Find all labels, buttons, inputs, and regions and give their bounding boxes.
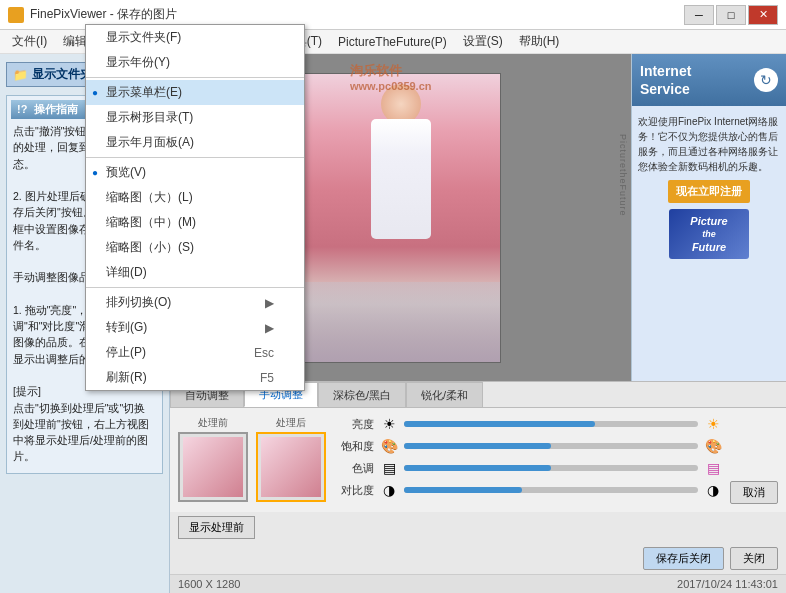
minimize-button[interactable]: ─: [684, 5, 714, 25]
separator-3: [86, 287, 304, 288]
saturation-row: 饱和度 🎨 🎨: [334, 438, 722, 454]
refresh-shortcut: F5: [260, 371, 274, 385]
cancel-button[interactable]: 取消: [730, 481, 778, 504]
after-thumbnail: [256, 432, 326, 502]
display-before-area: 显示处理前: [170, 512, 786, 543]
display-before-button[interactable]: 显示处理前: [178, 516, 255, 539]
menu-thumbnail-small[interactable]: 缩略图（小）(S): [86, 235, 304, 260]
register-button[interactable]: 现在立即注册: [668, 180, 750, 203]
save-close-button[interactable]: 保存后关闭: [643, 547, 724, 570]
controls-grid: 处理前 处理后 亮度 ☀: [170, 408, 786, 512]
sort-arrow-icon: ▶: [265, 296, 274, 310]
contrast-low-icon: ◑: [380, 482, 398, 498]
menu-thumbnail-large[interactable]: 缩略图（大）(L): [86, 185, 304, 210]
internet-service-title: Internet Service: [640, 62, 691, 98]
resolution-text: 1600 X 1280: [178, 578, 240, 590]
close-button[interactable]: ✕: [748, 5, 778, 25]
maximize-button[interactable]: □: [716, 5, 746, 25]
before-thumbnail: [178, 432, 248, 502]
folder-icon: 📁: [13, 68, 28, 82]
before-thumbnail-area: 处理前: [178, 416, 248, 504]
save-close-row: 保存后关闭 关闭: [170, 543, 786, 574]
sliders-area: 亮度 ☀ ☀ 饱和度 🎨 🎨 色调 ▤: [334, 416, 722, 504]
picture-future-logo: Picture the Future: [669, 209, 749, 259]
watermark: 淘乐软件 www.pc0359.cn: [350, 62, 432, 92]
picture-future-panel: PicturetheFuture 欢迎使用FinePix Internet网络服…: [632, 106, 786, 381]
datetime-text: 2017/10/24 11:43:01: [677, 578, 778, 590]
menu-refresh[interactable]: 刷新(R) F5: [86, 365, 304, 390]
before-label: 处理前: [178, 416, 248, 430]
saturation-track[interactable]: [404, 443, 698, 449]
contrast-track[interactable]: [404, 487, 698, 493]
after-label: 处理后: [256, 416, 326, 430]
menu-thumbnail-medium[interactable]: 缩略图（中）(M): [86, 210, 304, 235]
hue-row: 色调 ▤ ▤: [334, 460, 722, 476]
brightness-row: 亮度 ☀ ☀: [334, 416, 722, 432]
menu-picturethefuture[interactable]: PictureTheFuture(P): [330, 33, 455, 51]
menu-help[interactable]: 帮助(H): [511, 31, 568, 52]
sidebar-header-label: 显示文件夹: [32, 66, 92, 83]
menu-preview[interactable]: 预览(V): [86, 160, 304, 185]
contrast-high-icon: ◑: [704, 482, 722, 498]
app-icon: [8, 7, 24, 23]
menu-detail[interactable]: 详细(D): [86, 260, 304, 285]
saturation-label: 饱和度: [334, 439, 374, 454]
menu-show-tree[interactable]: 显示树形目录(T): [86, 105, 304, 130]
internet-service-icon: ↻: [754, 68, 778, 92]
picture-future-vertical-text: PicturetheFuture: [618, 134, 628, 334]
menu-file[interactable]: 文件(I): [4, 31, 55, 52]
brightness-track[interactable]: [404, 421, 698, 427]
menu-show-year[interactable]: 显示年份(Y): [86, 50, 304, 75]
brightness-low-icon: ☀: [380, 416, 398, 432]
separator-2: [86, 157, 304, 158]
saturation-high-icon: 🎨: [704, 438, 722, 454]
status-bar: 1600 X 1280 2017/10/24 11:43:01: [170, 574, 786, 593]
menu-show-folder[interactable]: 显示文件夹(F): [86, 25, 304, 50]
hue-high-icon: ▤: [704, 460, 722, 476]
close-button-bottom[interactable]: 关闭: [730, 547, 778, 570]
tab-dark[interactable]: 深棕色/黑白: [318, 382, 406, 407]
menu-settings[interactable]: 设置(S): [455, 31, 511, 52]
separator-1: [86, 77, 304, 78]
right-panel: Internet Service ↻ PicturetheFuture 欢迎使用…: [631, 54, 786, 381]
hue-track[interactable]: [404, 465, 698, 471]
menu-show-month[interactable]: 显示年月面板(A): [86, 130, 304, 155]
brightness-label: 亮度: [334, 417, 374, 432]
internet-service-header: Internet Service ↻: [632, 54, 786, 106]
contrast-row: 对比度 ◑ ◑: [334, 482, 722, 498]
window-title: FinePixViewer - 保存的图片: [30, 6, 177, 23]
menu-goto[interactable]: 转到(G) ▶: [86, 315, 304, 340]
after-thumbnail-area: 处理后: [256, 416, 326, 504]
stop-shortcut: Esc: [254, 346, 274, 360]
menu-sort[interactable]: 排列切换(O) ▶: [86, 290, 304, 315]
cancel-area: 取消: [730, 416, 778, 504]
brightness-high-icon: ☀: [704, 416, 722, 432]
goto-arrow-icon: ▶: [265, 321, 274, 335]
dropdown-menu: 显示文件夹(F) 显示年份(Y) 显示菜单栏(E) 显示树形目录(T) 显示年月…: [85, 24, 305, 391]
menu-stop[interactable]: 停止(P) Esc: [86, 340, 304, 365]
window-controls: ─ □ ✕: [684, 5, 778, 25]
bottom-controls: 自动调整 手动调整 深棕色/黑白 锐化/柔和 处理前 处理后: [170, 381, 786, 593]
pf-description: 欢迎使用FinePix Internet网络服务！它不仅为您提供放心的售后服务，…: [638, 114, 780, 174]
hue-low-icon: ▤: [380, 460, 398, 476]
contrast-label: 对比度: [334, 483, 374, 498]
saturation-low-icon: 🎨: [380, 438, 398, 454]
tab-sharpen[interactable]: 锐化/柔和: [406, 382, 483, 407]
menu-show-menu[interactable]: 显示菜单栏(E): [86, 80, 304, 105]
hue-label: 色调: [334, 461, 374, 476]
